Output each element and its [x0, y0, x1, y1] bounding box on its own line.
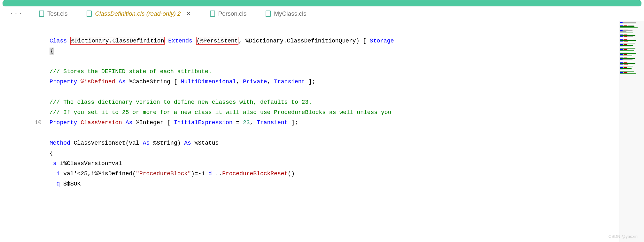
tab-label: Person.cls: [218, 10, 247, 17]
file-icon: [87, 11, 92, 17]
file-icon: [210, 11, 215, 17]
minimap[interactable]: [619, 21, 644, 242]
tab-label: Test.cls: [47, 10, 67, 17]
file-icon: [39, 11, 44, 17]
watermark: CSDN @yaoxin: [609, 234, 638, 239]
keyword-property: Property: [50, 119, 77, 126]
keyword-extends: Extends: [168, 38, 192, 44]
property-name: %isDefined: [81, 79, 115, 85]
window-titlebar: [3, 0, 641, 6]
tab-label: MyClass.cls: [274, 10, 306, 17]
keyword-property: Property: [50, 79, 77, 85]
file-icon: [266, 11, 271, 17]
keyword-method: Method: [50, 140, 70, 146]
method-name: ClassVersionSet: [74, 140, 126, 146]
tab-classdefinition[interactable]: ClassDefinition.cls (read-only) 2 ✕: [77, 6, 200, 21]
overflow-menu-icon[interactable]: ···: [3, 10, 29, 17]
highlight-super: (%Persistent: [196, 37, 239, 45]
highlight-classname: %Dictionary.ClassDefinition: [70, 37, 165, 45]
tab-myclass[interactable]: MyClass.cls: [256, 6, 316, 21]
tab-test[interactable]: Test.cls: [29, 6, 77, 21]
comment: /// If you set it to 25 or more for a ne…: [50, 109, 391, 116]
comment: /// Stores the DEFINED state of each att…: [50, 68, 212, 75]
property-name: ClassVersion: [81, 119, 122, 126]
keyword-class: Class: [50, 38, 67, 44]
tab-person[interactable]: Person.cls: [200, 6, 256, 21]
comment: /// The class dictionary version to defi…: [50, 99, 312, 105]
tab-label: ClassDefinition.cls (read-only) 2: [95, 10, 181, 17]
line-gutter: 10: [0, 21, 50, 242]
tab-bar: ··· Test.cls ClassDefinition.cls (read-o…: [0, 6, 644, 21]
editor-area: 10 Class %Dictionary.ClassDefinition Ext…: [0, 21, 644, 242]
code-fold-bar: s i%ClassVersion=val i val'<25,i%%isDefi…: [50, 158, 295, 189]
line-number: 10: [0, 117, 42, 128]
code-content[interactable]: Class %Dictionary.ClassDefinition Extend…: [50, 21, 619, 242]
brace-open: {: [50, 48, 54, 55]
close-icon[interactable]: ✕: [186, 10, 191, 17]
